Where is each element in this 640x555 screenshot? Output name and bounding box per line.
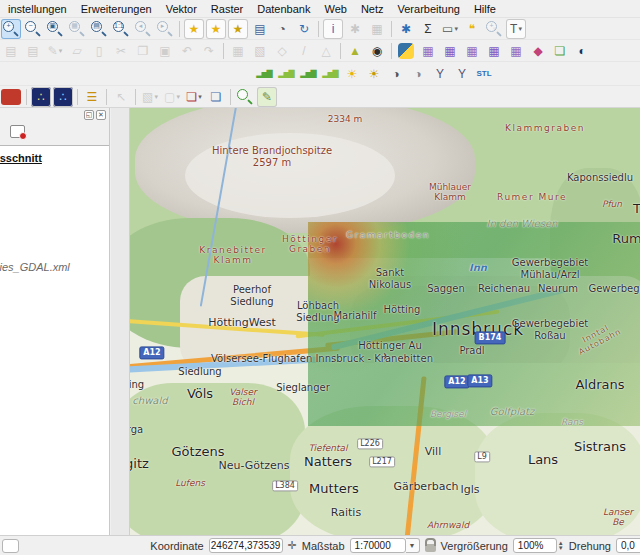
- toolbar-raster: ▂▅▇▂▅▇▂▅▇▂▅▇☀☀◑◑YYSTL: [0, 62, 640, 86]
- menu-netz[interactable]: Netz: [354, 1, 391, 17]
- layers-query-button[interactable]: ❏: [206, 87, 226, 107]
- dropdown-arrow[interactable]: ▾: [198, 93, 202, 101]
- scatter-plot-button[interactable]: ∴: [31, 87, 51, 107]
- menu-instellungen[interactable]: instellungen: [1, 1, 74, 17]
- scale-combobox[interactable]: 1:70000: [350, 538, 406, 553]
- map-canvas[interactable]: 2334 mHintere Brandjochspitze 2597 mKlam…: [130, 108, 640, 535]
- map-label: rga: [130, 424, 143, 436]
- locator-search-input[interactable]: [2, 539, 19, 553]
- zoom-out-button[interactable]: −: [23, 19, 43, 39]
- zoom-native-resolution-button[interactable]: 1:1: [111, 19, 131, 39]
- dock-close-icon[interactable]: ✕: [96, 110, 106, 120]
- plugin-button-1[interactable]: ▦: [418, 41, 438, 61]
- dropdown-arrow[interactable]: ▾: [154, 93, 158, 101]
- dropdown-arrow[interactable]: ▾: [518, 25, 522, 33]
- map-label: L384: [272, 480, 298, 491]
- extent-toggle-icon[interactable]: ✛: [288, 539, 297, 552]
- map-label: Ahrnwald: [427, 520, 469, 530]
- map-label: L217: [369, 456, 395, 467]
- scale-dropdown-arrow[interactable]: ▼: [406, 538, 420, 553]
- dock-float-icon[interactable]: ◱: [84, 110, 94, 120]
- full-cumulative-stretch-button[interactable]: ▂▅▇: [320, 64, 340, 84]
- map-label: Gewerbegebiet Mühlau/Arzl: [512, 257, 589, 280]
- decrease-contrast-button[interactable]: ◑: [408, 64, 428, 84]
- show-spatial-bookmarks-button[interactable]: ★: [206, 19, 226, 39]
- magnifier-label: Vergrößerung: [441, 540, 508, 552]
- plugin-triangle-button[interactable]: ▲: [345, 41, 365, 61]
- stretch-deviation-button[interactable]: Y: [430, 64, 450, 84]
- temporal-controller-button[interactable]: ◔: [272, 19, 292, 39]
- osm-place-search-button[interactable]: [235, 87, 255, 107]
- menu-erweiterungen[interactable]: Erweiterungen: [74, 1, 159, 17]
- menu-hilfe[interactable]: Hilfe: [467, 1, 503, 17]
- dropdown-arrow[interactable]: ▾: [59, 47, 63, 55]
- coordinate-input[interactable]: 246274,373539: [209, 538, 283, 553]
- full-histogram-stretch-button[interactable]: ▂▅▇: [276, 64, 296, 84]
- local-histogram-stretch-button[interactable]: ▂▅▇: [254, 64, 274, 84]
- plugin-button-3[interactable]: ▦: [462, 41, 482, 61]
- toolbar-separator: [391, 43, 392, 59]
- menu-raster[interactable]: Raster: [204, 1, 250, 17]
- dock-strip: [111, 108, 130, 535]
- layer-list[interactable]: usschnitt ities_GDAL.xml: [0, 145, 110, 535]
- text-annotation-button[interactable]: T▾: [506, 19, 526, 39]
- magnifier-spinner-arrows[interactable]: ▲▼: [558, 541, 564, 551]
- show-bookmark-extents-button[interactable]: ★: [228, 19, 248, 39]
- plugin-button-4[interactable]: ▦: [484, 41, 504, 61]
- toolbar-separator: [340, 43, 341, 59]
- map-label: Kaponssiedlu: [567, 172, 633, 184]
- increase-brightness-button[interactable]: ☀: [342, 64, 362, 84]
- db-manager-button[interactable]: ☰: [82, 87, 102, 107]
- magnifier-input[interactable]: 100%: [513, 538, 557, 553]
- toolbar-separator: [135, 89, 136, 105]
- decrease-brightness-button[interactable]: ☀: [364, 64, 384, 84]
- local-cumulative-stretch-button[interactable]: ▂▅▇: [298, 64, 318, 84]
- plugin-osm-button[interactable]: ◉: [367, 41, 387, 61]
- dropdown-arrow[interactable]: ▾: [176, 93, 180, 101]
- identify-features-button[interactable]: i: [323, 19, 343, 39]
- map-label: L9: [474, 451, 490, 462]
- python-console-button[interactable]: [398, 43, 414, 59]
- map-tips-button[interactable]: ❝: [462, 19, 482, 39]
- plugin-globe-button[interactable]: ◐: [572, 41, 592, 61]
- menu-web[interactable]: Web: [317, 1, 353, 17]
- zoom-full-extent-button[interactable]: ▣: [45, 19, 65, 39]
- zoom-to-layer-button[interactable]: ▤: [89, 19, 109, 39]
- zoom-in-button[interactable]: +: [1, 19, 21, 39]
- map-label: Höttinger Graben: [282, 234, 338, 255]
- plugin-button-6[interactable]: ◆: [528, 41, 548, 61]
- map-edit-button[interactable]: ✎: [257, 87, 277, 107]
- map-label: 2334 m: [328, 114, 363, 124]
- clipped-plugin-icon[interactable]: [1, 89, 21, 105]
- dropdown-arrow[interactable]: ▾: [454, 25, 458, 33]
- qgis-window: { "menubar": { "items": ["instellungen",…: [0, 0, 640, 555]
- layer-item-ausschnitt[interactable]: usschnitt: [0, 152, 42, 164]
- menu-datenbank[interactable]: Datenbank: [250, 1, 317, 17]
- map-label: Sieglanger: [276, 382, 329, 394]
- layers-remove-button[interactable]: ❏▾: [184, 87, 204, 107]
- map-label: Golfplatz: [490, 406, 535, 418]
- refresh-map-button[interactable]: ↻: [294, 19, 314, 39]
- stretch-deviation-alt-button[interactable]: Y: [452, 64, 472, 84]
- remove-layer-icon[interactable]: [10, 125, 25, 138]
- plugin-button-2[interactable]: ▦: [440, 41, 460, 61]
- map-label: Igls: [460, 484, 479, 497]
- layer-item-gdal-xml[interactable]: ities_GDAL.xml: [0, 261, 70, 273]
- plugin-layers-button[interactable]: ❏: [550, 41, 570, 61]
- rotation-input[interactable]: 0,0: [616, 538, 640, 553]
- increase-contrast-button[interactable]: ◑: [386, 64, 406, 84]
- bookmark-manager-button[interactable]: ▤: [250, 19, 270, 39]
- workspace: ◱ ✕ usschnitt ities_GDAL.xml 2334 mHinte…: [0, 108, 640, 535]
- menu-vektor[interactable]: Vektor: [159, 1, 204, 17]
- redo-button: ↷: [199, 41, 219, 61]
- options-button[interactable]: ✱: [396, 19, 416, 39]
- new-spatial-bookmark-button[interactable]: ★: [184, 19, 204, 39]
- scale-lock-icon[interactable]: [425, 544, 436, 552]
- menu-verarbeitung[interactable]: Verarbeitung: [391, 1, 467, 17]
- map-label: Valser Bichl: [229, 387, 256, 408]
- measure-button[interactable]: ▭▾: [440, 19, 460, 39]
- statistics-button[interactable]: Σ: [418, 19, 438, 39]
- stl-export-button[interactable]: STL: [474, 64, 494, 84]
- plugin-button-5[interactable]: ▦: [506, 41, 526, 61]
- scatter-plot-alt-button[interactable]: ∴: [53, 87, 73, 107]
